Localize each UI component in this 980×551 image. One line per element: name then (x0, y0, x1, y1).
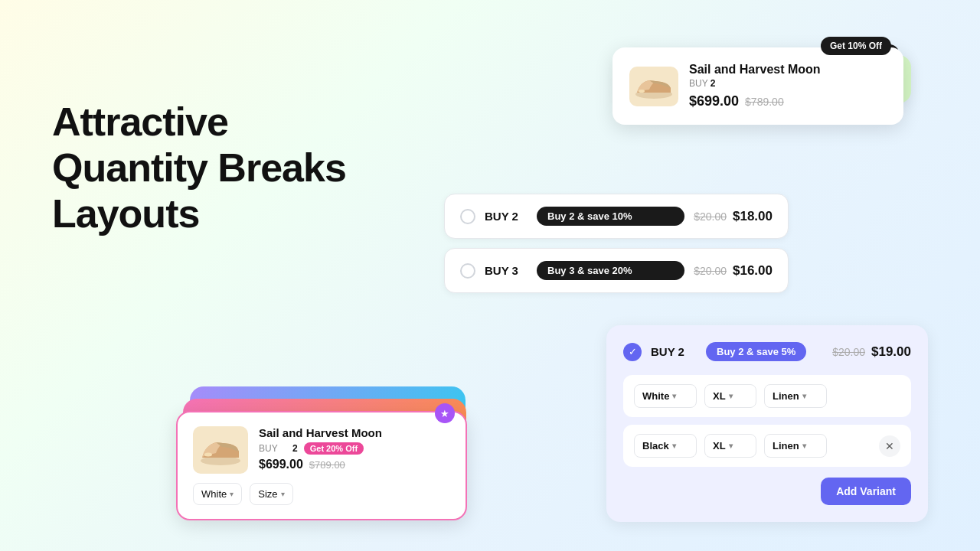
vp-color-select-2[interactable]: Black ▾ (634, 434, 697, 458)
product-title: Sail and Harvest Moon (259, 426, 450, 439)
vp-header: ✓ BUY 2 Buy 2 & save 5% $20.00 $19.00 (623, 342, 911, 361)
bottom-left-cards: Sail and Harvest Moon Sail and Harvest M… (176, 411, 467, 520)
product-card-stack: Sail and Harvest Moon Sail and Harvest M… (176, 411, 467, 520)
chevron-down-icon: ▾ (802, 442, 806, 450)
vp-size-value-1: XL (713, 390, 726, 402)
hero-section: Attractive Quantity Breaks Layouts (52, 99, 346, 236)
card-title: Sail and Harvest Moon (689, 63, 887, 77)
vp-color-value-2: Black (642, 440, 669, 452)
hero-line3: Layouts (52, 191, 199, 236)
card-info: Sail and Harvest Moon BUY 2 $699.00 $789… (689, 63, 887, 109)
variant-color-select[interactable]: White ▾ (193, 483, 242, 505)
card-price-old: $789.00 (745, 96, 784, 108)
qty-radio-2[interactable] (460, 263, 475, 279)
close-icon[interactable]: ✕ (879, 435, 900, 457)
card-front: Get 10% Off Sail and Harvest Moon BUY 2 (612, 47, 903, 125)
variant-color-value: White (201, 488, 227, 500)
add-variant-button[interactable]: Add Variant (821, 478, 911, 505)
variant-size-select[interactable]: Size ▾ (250, 483, 292, 505)
card-badge-front: Get 10% Off (821, 37, 891, 55)
qty-row-2[interactable]: BUY 3 Buy 3 & save 20% $20.00 $16.00 (444, 248, 789, 293)
vp-variant-row-1: White ▾ XL ▾ Linen ▾ (623, 375, 911, 417)
product-discount-badge: Get 20% Off (304, 442, 364, 455)
variant-size-value: Size (258, 488, 277, 500)
qty-new-1: $18.00 (733, 209, 773, 224)
vp-size-select-1[interactable]: XL ▾ (704, 384, 756, 408)
vp-color-value-1: White (642, 390, 669, 402)
hero-line2: Quantity Breaks (52, 145, 346, 190)
svg-point-3 (204, 453, 212, 457)
vp-size-value-2: XL (713, 440, 726, 452)
vp-material-select-1[interactable]: Linen ▾ (764, 384, 827, 408)
vp-size-select-2[interactable]: XL ▾ (704, 434, 756, 458)
product-buy-line: BUY 2 Get 20% Off (259, 442, 450, 455)
product-card-header: Sail and Harvest Moon BUY 2 Get 20% Off … (193, 426, 450, 474)
qty-badge-1: Buy 2 & save 10% (537, 207, 684, 226)
product-info: Sail and Harvest Moon BUY 2 Get 20% Off … (259, 426, 450, 471)
qty-radio-1[interactable] (460, 209, 475, 224)
vp-badge: Buy 2 & save 5% (706, 342, 806, 361)
vp-old-price: $20.00 (832, 346, 865, 358)
vp-material-select-2[interactable]: Linen ▾ (764, 434, 827, 458)
chevron-down-icon: ▾ (281, 490, 285, 498)
product-prices: $699.00 $789.00 (259, 458, 450, 471)
vp-material-value-2: Linen (773, 440, 799, 452)
card-shoe-image (629, 67, 678, 106)
card-prices: $699.00 $789.00 (689, 93, 887, 109)
svg-point-1 (639, 90, 645, 93)
top-cards-area: Get 10% Off Sail and Harvest Moo... Get … (612, 47, 903, 125)
product-variants: White ▾ Size ▾ (193, 483, 450, 505)
chevron-down-icon: ▾ (672, 392, 676, 400)
vp-material-value-1: Linen (773, 390, 799, 402)
vp-prices: $20.00 $19.00 (832, 344, 911, 360)
vp-color-select-1[interactable]: White ▾ (634, 384, 697, 408)
qty-old-2: $20.00 (694, 265, 727, 277)
qty-row-1[interactable]: BUY 2 Buy 2 & save 10% $20.00 $18.00 (444, 194, 789, 239)
qty-rows-area: BUY 2 Buy 2 & save 10% $20.00 $18.00 BUY… (444, 194, 789, 302)
chevron-down-icon: ▾ (729, 392, 733, 400)
qty-badge-2: Buy 3 & save 20% (537, 261, 684, 280)
chevron-down-icon: ▾ (230, 490, 234, 498)
card-buy-qty: BUY 2 (689, 78, 887, 89)
product-price-new: $699.00 (259, 458, 303, 471)
variant-panel: ✓ BUY 2 Buy 2 & save 5% $20.00 $19.00 Wh… (606, 325, 928, 522)
product-price-old: $789.00 (309, 459, 345, 471)
qty-new-2: $16.00 (733, 263, 773, 279)
card-price-new: $699.00 (689, 93, 739, 109)
product-shoe-image (193, 426, 248, 474)
vp-buy-label: BUY 2 (651, 345, 697, 358)
product-card-front: ★ Sail and Harvest Moon BUY 2 Get (176, 411, 467, 520)
vp-variant-row-2: Black ▾ XL ▾ Linen ▾ ✕ (623, 425, 911, 467)
chevron-down-icon: ▾ (729, 442, 733, 450)
qty-label-1: BUY 2 (485, 210, 528, 223)
star-badge: ★ (435, 403, 455, 423)
vp-check-icon: ✓ (623, 343, 642, 361)
chevron-down-icon: ▾ (802, 392, 806, 400)
hero-line1: Attractive (52, 99, 228, 144)
qty-label-2: BUY 3 (485, 264, 528, 277)
qty-prices-2: $20.00 $16.00 (694, 263, 773, 279)
vp-new-price: $19.00 (871, 344, 911, 360)
qty-prices-1: $20.00 $18.00 (694, 209, 773, 224)
qty-old-1: $20.00 (694, 210, 727, 223)
chevron-down-icon: ▾ (672, 442, 676, 450)
